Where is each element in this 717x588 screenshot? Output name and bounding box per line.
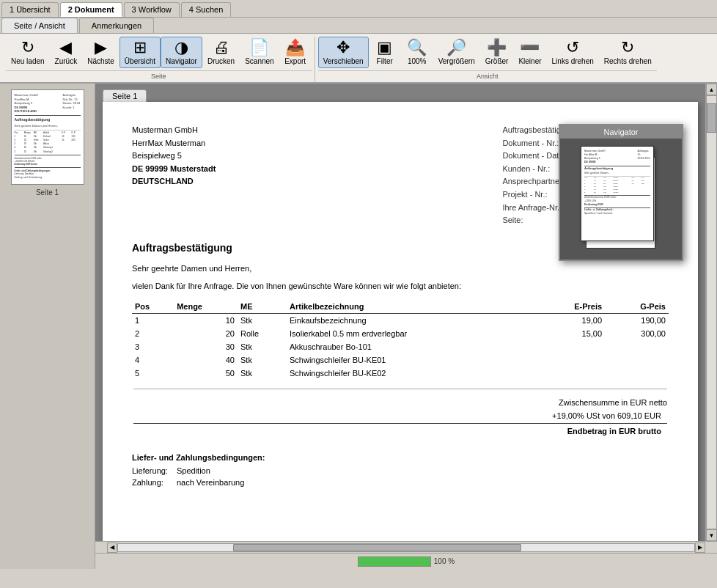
horizontal-scrollbar[interactable]: ◀ ▶ (95, 541, 717, 553)
intro-line1: Sehr geehrte Damen und Herren, (132, 262, 669, 275)
cell-me: Rolle (238, 327, 287, 340)
navigator-title: Navigator (560, 125, 682, 139)
tab-dokument[interactable]: 2 Dokument (60, 2, 122, 17)
scroll-h-thumb[interactable] (233, 544, 521, 551)
col-menge: Menge (174, 300, 238, 314)
refresh-icon: ↻ (21, 40, 34, 56)
neu-laden-button[interactable]: ↻ Neu laden (6, 37, 50, 68)
footer-value: Spedition (177, 465, 253, 477)
progress-label: 100 % (434, 557, 455, 565)
doc-area-wrapper: Seite 1 Musterman GmbH HerrMax Musterman… (95, 84, 717, 569)
table-row: 3 30 Stk Akkuschrauber Bo-101 (132, 340, 669, 353)
col-artikel: Artikelbezeichnung (287, 300, 537, 314)
cell-menge: 40 (174, 353, 238, 367)
items-table: Pos Menge ME Artikelbezeichnung E-Preis … (132, 300, 669, 380)
subtab-seite-ansicht[interactable]: Seite / Ansicht (1, 18, 78, 33)
navigator-body: Musterman GmbHHerrMax M.Beispielweg 5DE … (560, 139, 682, 260)
zwischensumme-label: Zwischensumme in EUR netto (559, 398, 667, 407)
tab-workflow[interactable]: 3 Workflow (124, 2, 180, 17)
minus-zoom-icon: ➖ (520, 40, 540, 56)
verschieben-button[interactable]: ✥ Verschieben (318, 37, 369, 68)
sub-tab-bar: Seite / Ansicht Anmerkungen (0, 18, 717, 34)
filter-icon: ▣ (377, 40, 392, 56)
cell-menge: 10 (174, 313, 238, 327)
col-epreis: E-Preis (537, 300, 605, 314)
zoom-in-icon: 🔎 (446, 40, 466, 56)
cell-gpreis: 190,00 (605, 313, 669, 327)
tab-ubersicht[interactable]: 1 Übersicht (1, 2, 59, 17)
address-line3: DEUTSCHLAND (132, 175, 216, 188)
toolbar: ↻ Neu laden ◀ Zurück ▶ Nächste ⊞ Übersic… (0, 34, 717, 84)
zoom100-button[interactable]: 🔍 100% (401, 37, 433, 68)
scroll-right-button[interactable]: ▶ (695, 543, 705, 553)
scroll-up-button[interactable]: ▲ (706, 84, 717, 95)
tab-bar: 1 Übersicht 2 Dokument 3 Workflow 4 Such… (0, 0, 717, 18)
page-content: Musterman GmbH HerrMax Musterman Beispie… (103, 102, 698, 541)
progress-bar (358, 556, 431, 567)
cell-gpreis (605, 340, 669, 353)
cell-menge: 30 (174, 340, 238, 353)
filter-button[interactable]: ▣ Filter (369, 37, 401, 68)
cell-me: Stk (238, 353, 287, 367)
export-icon: 📤 (285, 40, 305, 56)
print-icon: 🖨 (213, 40, 229, 56)
thumbnail-label: Seite 1 (6, 188, 89, 196)
cell-artikel: Schwingschleifer BU-KE02 (287, 367, 537, 380)
table-row: 1 10 Stk Einkaufsbezeichnung 19,00 190,0… (132, 313, 669, 327)
navigator-button[interactable]: ◑ Navigator (161, 37, 202, 68)
forward-icon: ▶ (95, 40, 107, 56)
navigator-doc-thumb[interactable]: Musterman GmbHHerrMax M.Beispielweg 5DE … (581, 146, 654, 241)
table-row: Lieferung:Spedition (132, 465, 253, 477)
ubersicht-button[interactable]: ⊞ Übersicht (120, 37, 161, 68)
document-view: Seite 1 Musterman GmbH HerrMax Musterman… (95, 84, 705, 541)
grid-icon: ⊞ (133, 40, 147, 56)
scannen-button[interactable]: 📄 Scannen (240, 37, 279, 68)
page-thumbnail[interactable]: Musterman GmbHHerrMax M.Beispielweg 5DE … (11, 89, 84, 185)
links-drehen-button[interactable]: ↺ Links drehen (547, 37, 599, 68)
toolbar-section-seite: ↻ Neu laden ◀ Zurück ▶ Nächste ⊞ Übersic… (3, 37, 315, 82)
scroll-left-button[interactable]: ◀ (107, 543, 117, 553)
cell-pos: 4 (132, 353, 174, 367)
nachste-button[interactable]: ▶ Nächste (82, 37, 120, 68)
cell-gpreis: 300,00 (605, 327, 669, 340)
thumbnail-panel: Musterman GmbHHerrMax M.Beispielweg 5DE … (0, 84, 95, 569)
cell-epreis: 15,00 (537, 327, 605, 340)
großer-button[interactable]: ➕ Größer (480, 37, 514, 68)
footer-label: Lieferung: (132, 465, 177, 477)
scan-icon: 📄 (249, 40, 269, 56)
tab-suchen[interactable]: 4 Suchen (181, 2, 231, 17)
zuruck-button[interactable]: ◀ Zurück (50, 37, 83, 68)
seite-section-label: Seite (6, 70, 312, 82)
plus-zoom-icon: ➕ (487, 40, 507, 56)
cell-gpreis (605, 353, 669, 367)
footer-title: Liefer- und Zahlungsbedingungen: (132, 453, 669, 462)
scroll-down-button[interactable]: ▼ (706, 529, 717, 541)
page-tab[interactable]: Seite 1 (103, 89, 147, 102)
drucken-button[interactable]: 🖨 Drucken (202, 37, 240, 68)
subtab-anmerkungen[interactable]: Anmerkungen (79, 18, 155, 33)
cell-epreis (537, 353, 605, 367)
cell-artikel: Akkuschrauber Bo-101 (287, 340, 537, 353)
status-bar: 100 % (95, 553, 717, 569)
export-button[interactable]: 📤 Export (279, 37, 312, 68)
summary-section: Zwischensumme in EUR netto +19,00% USt v… (132, 387, 669, 438)
footer-value: nach Vereinbarung (177, 477, 253, 488)
cell-epreis (537, 367, 605, 380)
ust-label: +19,00% USt von 609,10 EUR (552, 411, 661, 420)
scroll-v-thumb[interactable] (707, 103, 716, 133)
cell-pos: 1 (132, 313, 174, 327)
cell-artikel: Einkaufsbezeichnung (287, 313, 537, 327)
rechts-drehen-button[interactable]: ↻ Rechts drehen (599, 37, 657, 68)
navigator-popup: Navigator Musterman GmbHHerrMax M.Beispi… (559, 124, 683, 261)
intro-line2: vielen Dank für Ihre Anfrage. Die von Ih… (132, 280, 669, 293)
cell-epreis (537, 340, 605, 353)
vertical-scrollbar[interactable]: ▲ ▼ (705, 84, 717, 541)
scroll-h-track[interactable] (117, 543, 695, 552)
kleiner-button[interactable]: ➖ Kleiner (513, 37, 546, 68)
vergroßern-button[interactable]: 🔎 Vergrößern (433, 37, 480, 68)
cell-pos: 3 (132, 340, 174, 353)
cell-me: Stk (238, 367, 287, 380)
move-icon: ✥ (337, 40, 350, 56)
cell-pos: 2 (132, 327, 174, 340)
scroll-v-track[interactable] (706, 95, 717, 529)
